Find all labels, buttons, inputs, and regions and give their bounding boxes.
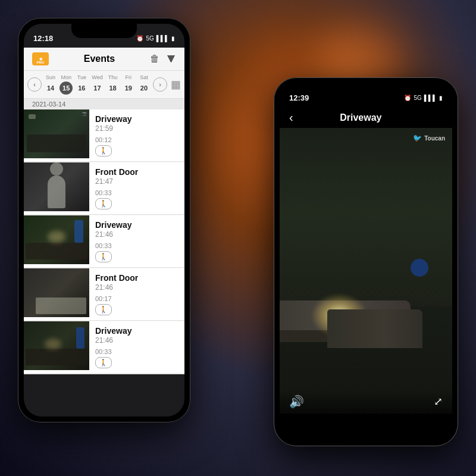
event-duration-3: 00:33 [95,242,178,249]
cal-day-fri[interactable]: Fri 19 [122,74,135,95]
battery-icon-2: ▮ [439,95,443,101]
delete-button[interactable]: 🗑 [150,54,159,64]
event-camera-2: Front Door [95,167,178,177]
event-duration-5: 00:33 [95,348,178,355]
time-display-1: 12:18 [33,34,53,43]
status-icons-2: ⏰ 5G ▌▌▌ ▮ [404,95,443,101]
event-time-5: 21:46 [95,336,178,345]
video-controls: 🔊 ⤢ [280,390,452,414]
event-item-1[interactable]: 📷 Driveway 21:59 00:12 🚶 [24,109,184,162]
video-area[interactable]: 🐦 Toucan 🔊 ⤢ [280,128,452,414]
phone1-notch [71,24,137,38]
battery-icon-1: ▮ [171,35,175,42]
motion-badge-4: 🚶 [95,304,112,315]
motion-badge-3: 🚶 [95,251,112,262]
motion-icon-2: 🚶 [99,200,108,208]
event-item-3[interactable]: Driveway 21:46 00:33 🚶 [24,215,184,268]
motion-icon-4: 🚶 [99,306,108,314]
event-thumb-3 [24,215,89,264]
motion-icon-3: 🚶 [99,253,108,261]
event-camera-5: Driveway [95,326,178,336]
app-header-1: ★ PRO Events 🗑 ⯆ [24,48,184,71]
event-item-2[interactable]: Front Door 21:47 00:33 🚶 [24,162,184,215]
event-info-3: Driveway 21:46 00:33 🚶 [89,215,184,267]
cal-next-button[interactable]: › [153,77,167,92]
header-actions: 🗑 ⯆ [150,54,176,64]
cal-day-tue[interactable]: Tue 16 [75,74,88,95]
app-logo[interactable]: ★ PRO [32,52,49,65]
event-info-4: Front Door 21:46 00:17 🚶 [89,268,184,320]
cal-prev-button[interactable]: ‹ [27,77,42,92]
date-label: 2021-03-14 [24,99,184,109]
signal-icon-1: ⏰ [136,35,143,42]
network-icon-1: 5G [146,35,154,42]
phone-camera-view: 12:39 ⏰ 5G ▌▌▌ ▮ ‹ Driveway [274,77,458,446]
app-header-2: ‹ Driveway [280,107,452,128]
event-info-2: Front Door 21:47 00:33 🚶 [89,162,184,214]
event-duration-2: 00:33 [95,189,178,196]
event-camera-1: Driveway [95,114,178,124]
event-time-1: 21:59 [95,124,178,133]
toucan-watermark: 🐦 Toucan [413,134,445,142]
motion-icon-5: 🚶 [99,359,108,367]
event-thumb-4 [24,268,89,317]
event-thumb-5 [24,321,89,370]
signal-bars-1: ▌▌▌ [156,35,169,42]
network-icon-2: 5G [414,95,421,101]
event-time-4: 21:46 [95,283,178,292]
calendar-days: Sun 14 Mon 15 Tue 16 Wed 17 Thu 18 [43,74,152,95]
calendar-grid-icon[interactable]: ▦ [171,78,181,91]
motion-badge-2: 🚶 [95,198,112,209]
motion-icon-1: 🚶 [99,147,108,155]
event-time-3: 21:46 [95,230,178,239]
event-info-5: Driveway 21:46 00:33 🚶 [89,321,184,373]
cal-day-sun[interactable]: Sun 14 [44,74,57,95]
events-list: 📷 Driveway 21:59 00:12 🚶 [24,109,184,374]
alarm-icon-2: ⏰ [404,95,411,101]
event-info-1: Driveway 21:59 00:12 🚶 [89,109,184,161]
event-thumb-2 [24,162,89,211]
sound-button[interactable]: 🔊 [289,394,304,409]
event-duration-1: 00:12 [95,136,178,143]
status-icons-1: ⏰ 5G ▌▌▌ ▮ [136,35,175,42]
event-camera-4: Front Door [95,273,178,283]
time-display-2: 12:39 [289,93,309,102]
cal-day-mon[interactable]: Mon 15 [60,74,73,95]
cal-day-thu[interactable]: Thu 18 [107,74,120,95]
video-frame: 🐦 Toucan [280,128,452,414]
toucan-logo: Toucan [424,135,445,142]
phone-events: 12:18 ⏰ 5G ▌▌▌ ▮ ★ PRO Events 🗑 ⯆ ‹ [18,18,190,422]
motion-badge-1: 🚶 [95,145,112,156]
cal-day-sat[interactable]: Sat 20 [137,74,151,95]
camera-title: Driveway [340,112,381,123]
event-time-2: 21:47 [95,177,178,186]
event-duration-4: 00:17 [95,295,178,302]
events-title: Events [84,54,115,64]
filter-button[interactable]: ⯆ [167,54,176,64]
event-item-5[interactable]: Driveway 21:46 00:33 🚶 [24,321,184,374]
fullscreen-button[interactable]: ⤢ [434,395,443,408]
event-camera-3: Driveway [95,220,178,230]
event-item-4[interactable]: Front Door 21:46 00:17 🚶 [24,268,184,321]
back-button[interactable]: ‹ [289,111,293,124]
calendar-row: ‹ Sun 14 Mon 15 Tue 16 Wed 17 [24,71,184,99]
phone2-notch [333,83,399,98]
motion-badge-5: 🚶 [95,357,112,368]
signal-bars-2: ▌▌▌ [424,95,437,101]
event-thumb-1: 📷 [24,109,89,158]
cal-day-wed[interactable]: Wed 17 [90,74,104,95]
